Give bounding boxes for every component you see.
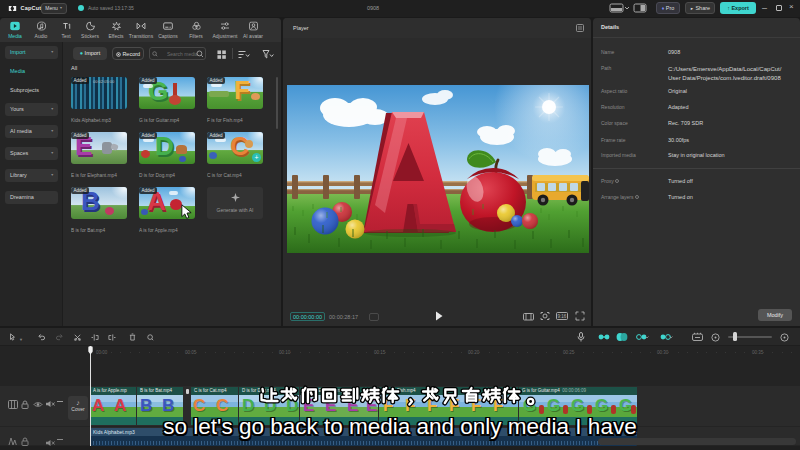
svg-text:9:16: 9:16 [558,314,567,319]
